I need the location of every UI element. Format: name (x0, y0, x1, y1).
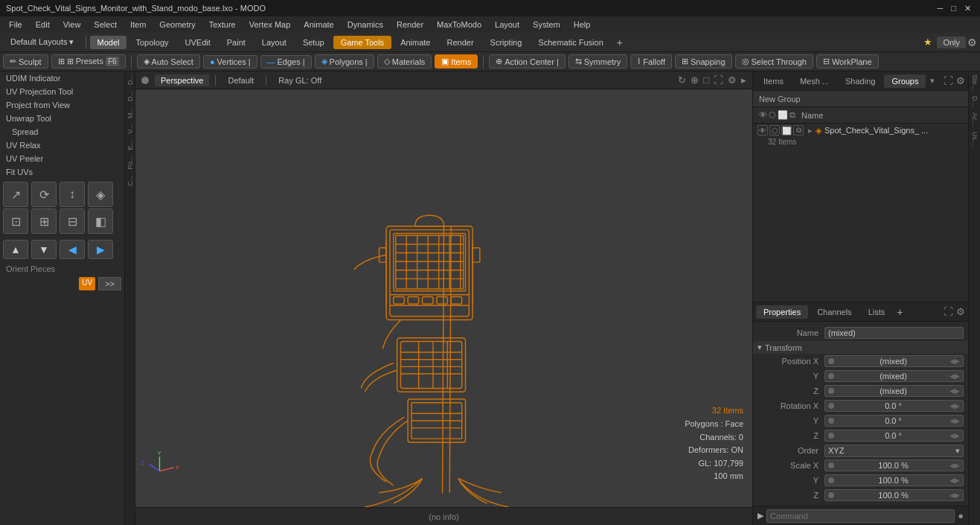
tool-icon-6[interactable]: ⊞ (31, 209, 57, 234)
item-expand-icon[interactable]: ▸ (808, 126, 813, 136)
default-layouts-dropdown[interactable]: Default Layouts ▾ (3, 35, 82, 49)
project-from-view[interactable]: Project from View (0, 98, 124, 112)
tab-game-tools[interactable]: Game Tools (333, 36, 392, 49)
camera-icon[interactable]: □ (703, 74, 709, 86)
view-type-tab[interactable]: Default (222, 74, 260, 86)
props-settings-icon[interactable]: ⚙ (956, 306, 965, 317)
props-tab-properties[interactable]: Properties (756, 305, 808, 319)
menu-file[interactable]: File (3, 19, 28, 31)
ray-gl-tab[interactable]: Ray GL: Off (272, 74, 327, 86)
snapping-tool[interactable]: ⊞ Snapping (675, 54, 732, 69)
rotation-x-input[interactable]: 0.0 ° ◀▶ (824, 400, 964, 412)
udim-indicator[interactable]: UDIM Indicator (0, 71, 124, 85)
rss-label-3[interactable]: Ac... (969, 109, 980, 129)
tool-icon-2[interactable]: ⟳ (31, 182, 57, 207)
command-input[interactable] (766, 509, 955, 523)
nav-left-btn[interactable]: ◀ (60, 240, 85, 259)
viewport[interactable]: Perspective Default Ray GL: Off ↻ ⊕ □ ⛶ … (135, 71, 752, 525)
position-y-input[interactable]: (mixed) ◀▶ (824, 370, 964, 382)
tab-groups[interactable]: Groups (884, 74, 926, 88)
viewport-canvas[interactable]: X Y Z 32 Items Polygons : Face Channels:… (135, 89, 752, 507)
unwrap-tool[interactable]: Unwrap Tool (0, 112, 124, 125)
nav-right-btn[interactable]: ▶ (88, 240, 113, 259)
menu-vertex-map[interactable]: Vertex Map (243, 19, 297, 31)
items-tool[interactable]: ▣ Items (435, 54, 478, 69)
props-tab-channels[interactable]: Channels (810, 305, 859, 319)
menu-item[interactable]: Item (124, 19, 152, 31)
tab-paint[interactable]: Paint (220, 36, 253, 49)
right-settings-icon[interactable]: ⚙ (956, 75, 965, 86)
order-dropdown[interactable]: XYZ ▾ (824, 445, 964, 457)
tab-shading[interactable]: Shading (838, 74, 883, 88)
zoom-view-icon[interactable]: ⊕ (691, 74, 699, 86)
item-row-main[interactable]: 👁 ⬡ ⬜ ⧉ ▸ ◈ Spot_Check_Vital_Signs_ ... (753, 124, 968, 138)
transform-section[interactable]: ▾ Transform (753, 341, 968, 354)
command-execute-icon[interactable]: ● (958, 510, 964, 521)
minimize-button[interactable]: ─ (937, 4, 943, 13)
viewport-dot[interactable] (141, 77, 149, 84)
rss-label-1[interactable]: Ste... (969, 71, 980, 93)
tool-icon-7[interactable]: ⊟ (60, 209, 85, 234)
expand-right-icon[interactable]: ⛶ (944, 75, 953, 86)
vertices-tool[interactable]: ● Vertices | (203, 55, 257, 69)
viewport-settings-icon[interactable]: ⚙ (728, 74, 737, 86)
presets-tool[interactable]: ⊞ ⊞ Presets F6 (51, 54, 126, 69)
nav-down-btn[interactable]: ▼ (31, 240, 57, 259)
polygons-tool[interactable]: ◈ Polygons | (315, 54, 374, 69)
menu-help[interactable]: Help (568, 19, 597, 31)
item-eye-icon[interactable]: 👁 (758, 125, 768, 136)
rotate-view-icon[interactable]: ↻ (678, 74, 686, 86)
nav-up-btn[interactable]: ▲ (3, 240, 28, 259)
tool-icon-4[interactable]: ◈ (88, 182, 113, 207)
item-type-icon[interactable]: ⬜ (781, 125, 792, 136)
auto-select-tool[interactable]: ◈ Auto Select (137, 54, 200, 69)
tab-schematic-fusion[interactable]: Schematic Fusion (531, 36, 610, 49)
tab-animate[interactable]: Animate (393, 36, 438, 49)
props-expand-icon[interactable]: ⛶ (944, 306, 953, 317)
tool-icon-8[interactable]: ◧ (88, 209, 113, 234)
lock-col-icon[interactable]: ⬜ (778, 110, 788, 120)
tool-icon-1[interactable]: ↗ (3, 182, 28, 207)
more-icon[interactable]: ▸ (741, 74, 746, 86)
props-plus-button[interactable]: + (894, 306, 906, 318)
tab-model[interactable]: Model (90, 36, 127, 49)
action-center-tool[interactable]: ⊕ Action Center | (489, 54, 566, 69)
expand-button[interactable]: >> (98, 277, 121, 290)
menu-maxtomodo[interactable]: MaxToModo (431, 19, 487, 31)
tab-layout[interactable]: Layout (254, 36, 294, 49)
materials-tool[interactable]: ◇ Materials (377, 54, 432, 69)
render-col-icon[interactable]: ⬡ (769, 110, 776, 120)
edges-tool[interactable]: — Edges | (260, 55, 312, 69)
layers-col-icon[interactable]: ⧉ (790, 110, 795, 120)
close-button[interactable]: ✕ (964, 4, 971, 13)
only-button[interactable]: Only (937, 36, 966, 48)
menu-view[interactable]: View (57, 19, 87, 31)
rss-label-2[interactable]: D... (969, 93, 980, 109)
sculpt-tool[interactable]: ✏ Sculpt (3, 54, 48, 69)
menu-animate[interactable]: Animate (298, 19, 339, 31)
rss-label-4[interactable]: Us... (969, 129, 980, 149)
position-x-input[interactable]: (mixed) ◀▶ (824, 355, 964, 367)
scale-y-input[interactable]: 100.0 % ◀▶ (824, 474, 964, 486)
add-tab-button[interactable]: + (612, 35, 627, 50)
tab-items[interactable]: Items (756, 74, 791, 88)
select-through-tool[interactable]: ◎ Select Through (735, 54, 813, 69)
scale-z-input[interactable]: 100.0 % ◀▶ (824, 489, 964, 501)
perspective-tab[interactable]: Perspective (155, 74, 209, 86)
spread-tool[interactable]: Spread (0, 125, 124, 139)
item-layer-icon[interactable]: ⧉ (793, 125, 804, 136)
symmetry-tool[interactable]: ⇆ Symmetry (569, 54, 628, 69)
rotation-y-input[interactable]: 0.0 ° ◀▶ (824, 415, 964, 427)
tab-setup[interactable]: Setup (295, 36, 332, 49)
menu-select[interactable]: Select (88, 19, 123, 31)
tool-icon-5[interactable]: ⊡ (3, 209, 28, 234)
tab-topology[interactable]: Topology (128, 36, 176, 49)
tab-mesh[interactable]: Mesh ... (792, 74, 836, 88)
tab-more[interactable]: ▾ (927, 74, 938, 87)
tab-render[interactable]: Render (439, 36, 481, 49)
tool-icon-3[interactable]: ↕ (60, 182, 85, 207)
item-render-icon[interactable]: ⬡ (769, 125, 780, 136)
menu-edit[interactable]: Edit (30, 19, 56, 31)
position-z-input[interactable]: (mixed) ◀▶ (824, 385, 964, 397)
falloff-tool[interactable]: ⌇ Falloff (630, 54, 672, 69)
